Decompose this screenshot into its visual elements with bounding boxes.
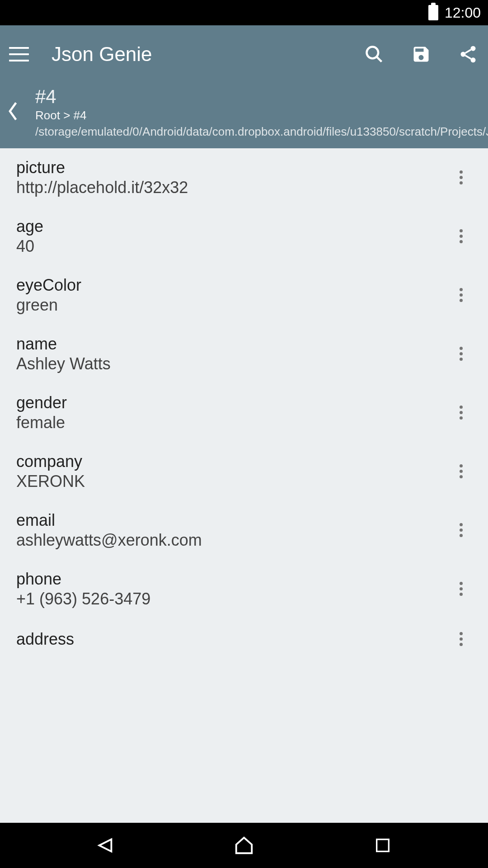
search-icon[interactable] bbox=[363, 43, 385, 65]
item-index: #4 bbox=[35, 86, 56, 108]
json-item[interactable]: phone+1 (963) 526-3479 bbox=[0, 560, 488, 618]
more-icon[interactable] bbox=[450, 628, 472, 650]
breadcrumb: Root > #4 bbox=[35, 108, 488, 123]
share-icon[interactable] bbox=[457, 43, 479, 65]
file-path: /storage/emulated/0/Android/data/com.dro… bbox=[35, 124, 488, 139]
more-icon[interactable] bbox=[450, 284, 472, 306]
json-item-content: nameAshley Watts bbox=[16, 335, 450, 373]
json-item[interactable]: companyXERONK bbox=[0, 442, 488, 501]
nav-back-button[interactable] bbox=[92, 832, 119, 859]
battery-icon bbox=[428, 5, 438, 20]
more-icon[interactable] bbox=[450, 519, 472, 541]
menu-icon[interactable] bbox=[9, 47, 29, 61]
json-item-content: address bbox=[16, 630, 450, 649]
json-value: ashleywatts@xeronk.com bbox=[16, 531, 450, 550]
svg-point-4 bbox=[471, 57, 476, 62]
back-button[interactable] bbox=[6, 86, 29, 124]
nav-recent-button[interactable] bbox=[369, 832, 396, 859]
status-time: 12:00 bbox=[445, 5, 481, 21]
svg-line-1 bbox=[377, 57, 382, 62]
navigation-bar bbox=[0, 823, 488, 868]
json-value: Ashley Watts bbox=[16, 354, 450, 373]
json-key: name bbox=[16, 335, 450, 354]
svg-line-5 bbox=[465, 50, 471, 53]
sub-header: #4 object Root > #4 /storage/emulated/0/… bbox=[0, 83, 488, 148]
json-key: email bbox=[16, 511, 450, 530]
json-item[interactable]: picturehttp://placehold.it/32x32 bbox=[0, 148, 488, 207]
more-icon[interactable] bbox=[450, 343, 472, 365]
json-item-content: phone+1 (963) 526-3479 bbox=[16, 570, 450, 609]
svg-line-6 bbox=[465, 56, 471, 59]
json-value: http://placehold.it/32x32 bbox=[16, 178, 450, 197]
json-key: company bbox=[16, 452, 450, 471]
json-key: gender bbox=[16, 393, 450, 412]
json-list: picturehttp://placehold.it/32x32age40eye… bbox=[0, 148, 488, 660]
json-value: female bbox=[16, 413, 450, 432]
app-title: Json Genie bbox=[52, 43, 363, 66]
svg-point-3 bbox=[461, 52, 466, 57]
json-item-content: emailashleywatts@xeronk.com bbox=[16, 511, 450, 550]
svg-rect-7 bbox=[376, 840, 389, 852]
json-item[interactable]: address bbox=[0, 618, 488, 660]
json-item-content: age40 bbox=[16, 217, 450, 256]
svg-point-0 bbox=[367, 47, 379, 59]
nav-home-button[interactable] bbox=[230, 832, 258, 859]
json-key: phone bbox=[16, 570, 450, 589]
app-bar: Json Genie bbox=[0, 25, 488, 148]
more-icon[interactable] bbox=[450, 226, 472, 247]
json-value: +1 (963) 526-3479 bbox=[16, 590, 450, 609]
more-icon[interactable] bbox=[450, 167, 472, 189]
more-icon[interactable] bbox=[450, 461, 472, 482]
json-item-content: genderfemale bbox=[16, 393, 450, 432]
json-key: picture bbox=[16, 158, 450, 177]
json-item-content: picturehttp://placehold.it/32x32 bbox=[16, 158, 450, 197]
json-item[interactable]: age40 bbox=[0, 207, 488, 266]
save-icon[interactable] bbox=[410, 43, 432, 65]
json-item-content: eyeColorgreen bbox=[16, 276, 450, 315]
json-item-content: companyXERONK bbox=[16, 452, 450, 491]
status-bar: 12:00 bbox=[0, 0, 488, 25]
json-value: XERONK bbox=[16, 472, 450, 491]
json-value: green bbox=[16, 296, 450, 315]
json-key: address bbox=[16, 630, 450, 649]
content-area: picturehttp://placehold.it/32x32age40eye… bbox=[0, 148, 488, 825]
more-icon[interactable] bbox=[450, 578, 472, 600]
svg-point-2 bbox=[471, 46, 476, 51]
json-item[interactable]: genderfemale bbox=[0, 383, 488, 442]
json-value: 40 bbox=[16, 237, 450, 256]
json-key: age bbox=[16, 217, 450, 236]
json-item[interactable]: nameAshley Watts bbox=[0, 325, 488, 383]
json-key: eyeColor bbox=[16, 276, 450, 295]
json-item[interactable]: emailashleywatts@xeronk.com bbox=[0, 501, 488, 560]
more-icon[interactable] bbox=[450, 402, 472, 424]
json-item[interactable]: eyeColorgreen bbox=[0, 266, 488, 325]
